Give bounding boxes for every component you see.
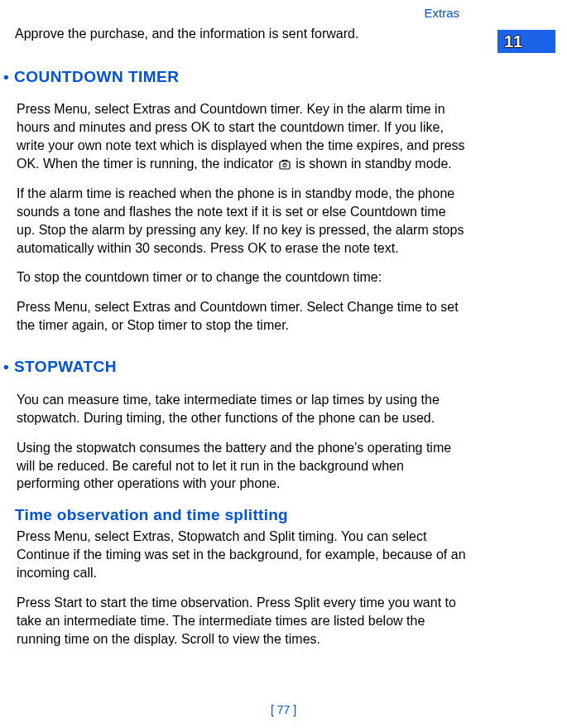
stopwatch-heading: • STOPWATCH — [3, 356, 468, 378]
countdown-heading: • COUNTDOWN TIMER — [3, 66, 468, 88]
content-area: Approve the purchase, and the informatio… — [0, 0, 567, 648]
countdown-p1-text-b: is shown in standby mode. — [292, 157, 452, 171]
timer-indicator-icon — [279, 160, 291, 170]
header-section-label: Extras — [424, 5, 459, 22]
time-observation-subheading: Time observation and time splitting — [15, 504, 468, 526]
countdown-p2: If the alarm time is reached when the ph… — [17, 185, 468, 258]
stopwatch-p1: You can measure time, take intermediate … — [17, 391, 468, 427]
page-number: [ 77 ] — [271, 703, 296, 716]
page-container: Extras 11 Approve the purchase, and the … — [0, 0, 567, 728]
countdown-p3: To stop the countdown timer or to change… — [17, 268, 468, 287]
stopwatch-p4: Press Start to start the time observatio… — [17, 594, 468, 648]
stopwatch-p3: Press Menu, select Extras, Stopwatch and… — [17, 528, 468, 582]
page-footer: [ 77 ] — [0, 702, 567, 718]
intro-text: Approve the purchase, and the informatio… — [15, 25, 468, 43]
chapter-number: 11 — [504, 31, 522, 53]
countdown-p4: Press Menu, select Extras and Countdown … — [17, 298, 468, 335]
stopwatch-p2: Using the stopwatch consumes the battery… — [17, 439, 468, 494]
chapter-number-badge: 11 — [497, 30, 555, 53]
countdown-p1: Press Menu, select Extras and Countdown … — [17, 100, 468, 173]
